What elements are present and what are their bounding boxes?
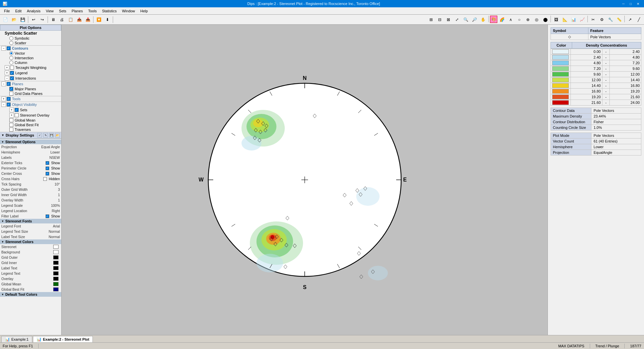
traverses-checkbox[interactable] xyxy=(9,128,13,132)
menu-planes[interactable]: Planes xyxy=(69,7,85,15)
tb-zoom-out[interactable]: 🔎 xyxy=(470,16,478,24)
major-planes-item[interactable]: ✓ Major Planes xyxy=(0,87,61,91)
stereonet-overlay-checkbox[interactable] xyxy=(15,113,19,117)
menu-view[interactable]: View xyxy=(43,7,57,15)
contours-item[interactable]: − ✓ Contours xyxy=(0,46,61,51)
tb-save[interactable]: 💾 xyxy=(19,16,27,24)
tb-report[interactable]: 📊 xyxy=(569,16,577,24)
sets-expand[interactable]: + xyxy=(9,108,14,112)
display-save-btn[interactable]: 💾 xyxy=(49,133,54,138)
traverses-item[interactable]: Traverses xyxy=(0,127,61,132)
tb-open[interactable]: 📂 xyxy=(10,16,18,24)
menu-window[interactable]: Window xyxy=(119,7,138,15)
tb-tool4[interactable]: 📏 xyxy=(615,16,623,24)
tb-tool3[interactable]: 🔧 xyxy=(606,16,614,24)
tb-fit[interactable]: ⊠ xyxy=(444,16,452,24)
menu-statistics[interactable]: Statistics xyxy=(99,7,119,15)
tools-expand[interactable]: + xyxy=(1,97,6,101)
exterior-ticks-checkbox[interactable]: ✓ xyxy=(46,161,49,165)
planes-item[interactable]: − ✓ Planes xyxy=(0,81,61,87)
tb-monitor[interactable]: 🖥 xyxy=(49,16,57,24)
global-best-fit-checkbox[interactable] xyxy=(9,123,13,127)
global-best-fit-item[interactable]: Global Best Fit xyxy=(0,123,61,127)
intersection-radio[interactable]: Intersection xyxy=(0,56,61,60)
tb-line[interactable]: ╱ xyxy=(635,16,643,24)
legend-checkbox[interactable]: ✓ xyxy=(10,71,14,75)
legend-text-swatch[interactable] xyxy=(53,271,59,275)
tb-zoom-ext[interactable]: ⤢ xyxy=(453,16,461,24)
tb-net[interactable]: ⊕ xyxy=(524,16,532,24)
tb-arrow[interactable]: ↗ xyxy=(626,16,634,24)
menu-help[interactable]: Help xyxy=(138,7,151,15)
planes-expand[interactable]: − xyxy=(1,82,6,86)
tb-filter2[interactable]: ⬇ xyxy=(103,16,111,24)
stereonet-overlay-item[interactable]: + Stereonet Overlay xyxy=(0,113,61,118)
menu-tools[interactable]: Tools xyxy=(85,7,99,15)
terzaghi-item[interactable]: + Terzaghi Weighting xyxy=(0,65,61,70)
display-check-btn[interactable]: ✓ xyxy=(37,133,42,138)
tb-report2[interactable]: 📈 xyxy=(578,16,586,24)
tb-export3[interactable]: 📥 xyxy=(84,16,92,24)
tb-plane[interactable]: ∧ xyxy=(507,16,515,24)
major-planes-checkbox[interactable]: ✓ xyxy=(9,87,13,91)
contours-checkbox[interactable]: ✓ xyxy=(7,46,11,50)
sets-item[interactable]: + ✓ Sets xyxy=(0,107,61,113)
obj-vis-checkbox[interactable]: ✓ xyxy=(7,103,11,107)
menu-file[interactable]: File xyxy=(1,7,13,15)
terzaghi-checkbox[interactable] xyxy=(10,66,14,70)
contours-expand[interactable]: − xyxy=(1,46,6,51)
minimize-button[interactable]: ─ xyxy=(620,1,627,7)
tb-zoom-in[interactable]: 🔍 xyxy=(462,16,470,24)
tb-color1[interactable]: 🎨 xyxy=(490,16,497,23)
menu-edit[interactable]: Edit xyxy=(13,7,24,15)
tb-tool2[interactable]: ⚙ xyxy=(598,16,606,24)
stereonet-overlay-expand[interactable]: + xyxy=(9,113,14,118)
tb-undo[interactable]: ↩ xyxy=(30,16,38,24)
legend-item[interactable]: + ✓ Legend xyxy=(0,70,61,76)
legend-expand[interactable]: + xyxy=(5,71,9,75)
vector-radio[interactable]: Vector xyxy=(0,51,61,56)
obj-vis-expand[interactable]: − xyxy=(1,102,6,107)
tb-tool1[interactable]: ✂ xyxy=(589,16,597,24)
tb-export1[interactable]: 📋 xyxy=(67,16,75,24)
intersections-item[interactable]: − ✓ Intersections xyxy=(0,76,61,81)
tb-circle[interactable]: ○ xyxy=(515,16,523,24)
display-load-btn[interactable]: 📂 xyxy=(55,133,60,138)
grid-outer-swatch[interactable] xyxy=(53,255,59,259)
menu-analysis[interactable]: Analysis xyxy=(24,7,43,15)
tb-export2[interactable]: 📤 xyxy=(75,16,83,24)
sets-checkbox[interactable]: ✓ xyxy=(15,108,19,112)
tb-pan[interactable]: ✋ xyxy=(479,16,487,24)
center-cross-checkbox[interactable]: ✓ xyxy=(46,172,49,175)
center-area[interactable]: N S E W xyxy=(62,25,548,335)
stereonet-color-swatch[interactable] xyxy=(53,245,59,249)
tb-net3[interactable]: ⬤ xyxy=(541,16,549,24)
global-best-fit-swatch[interactable] xyxy=(53,287,59,291)
grid-inner-swatch[interactable] xyxy=(53,261,59,265)
label-text-swatch[interactable] xyxy=(53,266,59,270)
grid-data-planes-checkbox[interactable] xyxy=(9,92,13,96)
menu-sets[interactable]: Sets xyxy=(56,7,69,15)
tb-new[interactable]: 📄 xyxy=(1,16,9,24)
close-button[interactable]: ✕ xyxy=(635,1,641,7)
global-mean-checkbox[interactable] xyxy=(9,118,13,122)
tb-print[interactable]: 🖨 xyxy=(58,16,66,24)
tb-grid2[interactable]: ⊟ xyxy=(436,16,444,24)
symbolic-radio[interactable]: Symbolic xyxy=(0,36,61,41)
display-pencil-btn[interactable]: ✎ xyxy=(43,133,48,138)
background-color-swatch[interactable] xyxy=(53,250,59,254)
filter-label-checkbox[interactable]: ✓ xyxy=(46,214,49,218)
display-settings-header[interactable]: ▼ Display Settings ✓ ✎ 💾 📂 xyxy=(0,132,61,139)
grid-data-planes-item[interactable]: Grid Data Planes xyxy=(0,91,61,96)
tb-export-dxf[interactable]: 📐 xyxy=(561,16,569,24)
global-mean-item[interactable]: Global Mean xyxy=(0,118,61,123)
scatter-radio[interactable]: Scatter xyxy=(0,41,61,45)
tools-item[interactable]: + ✓ Tools xyxy=(0,96,61,102)
tools-checkbox[interactable]: ✓ xyxy=(7,97,11,101)
symbolic-scatter-option[interactable]: Symbolic Scatter xyxy=(0,31,61,36)
intersections-expand[interactable]: − xyxy=(5,76,9,81)
intersections-checkbox[interactable]: ✓ xyxy=(10,76,14,80)
cross-hairs-checkbox[interactable] xyxy=(43,177,47,181)
terzaghi-expand[interactable]: + xyxy=(5,65,9,70)
global-mean-swatch[interactable] xyxy=(53,282,59,286)
